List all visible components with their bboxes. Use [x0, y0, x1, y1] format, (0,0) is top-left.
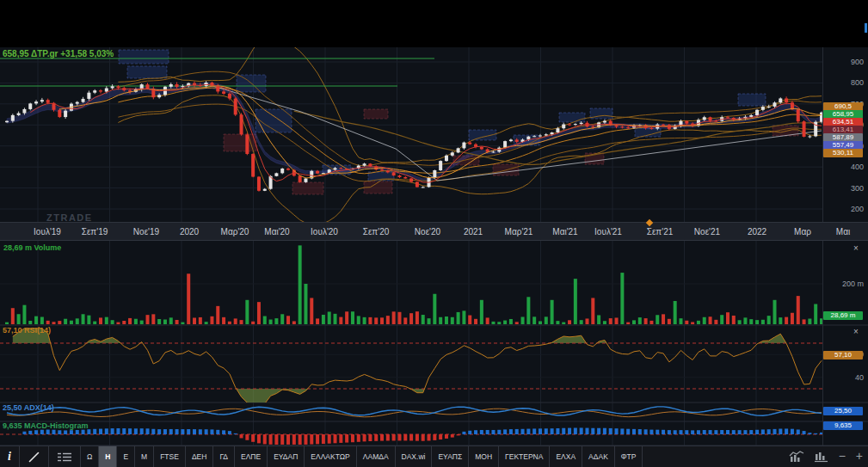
toolbar-item-ΓΕΚΤΕΡΝΑ[interactable]: ΓΕΚΤΕΡΝΑ [499, 446, 550, 467]
macd-panel[interactable] [0, 421, 822, 445]
toolbar-item-ΜΟΗ[interactable]: ΜΟΗ [469, 446, 499, 467]
toolbar-item-ΕΛΠΕ[interactable]: ΕΛΠΕ [235, 446, 268, 467]
macd-value-badge: 9,635 [823, 421, 863, 430]
zoom-out-button[interactable]: − [839, 445, 846, 467]
zoom-in-button[interactable]: + [856, 445, 863, 467]
time-axis-label: Μαι'21 [552, 227, 577, 237]
indicators-list-icon [57, 451, 72, 463]
adx-legend: 25,50 ADX(14) [3, 403, 54, 412]
time-axis-label: Σεπ'20 [363, 227, 390, 237]
adx-value-badge: 25,50 [823, 407, 863, 415]
toolbar-item-ΔΕΗ[interactable]: ΔΕΗ [186, 446, 214, 467]
time-axis-label: Μαρ [794, 227, 811, 237]
volume-legend: 28,69 m Volume [3, 243, 61, 252]
toolbar-item-Η[interactable]: Η [99, 446, 117, 467]
time-axis-label: 2021 [464, 227, 483, 237]
toolbar-item-ΕΛΛΑΚΤΩΡ[interactable]: ΕΛΛΑΚΤΩΡ [305, 446, 356, 467]
close-volume-panel-button[interactable]: × [850, 243, 862, 254]
time-axis-label: Νοε'21 [694, 227, 720, 237]
toolbar-item-ΑΔΑΚ[interactable]: ΑΔΑΚ [582, 446, 615, 467]
toolbar-item-ΕΥΑΠΣ[interactable]: ΕΥΑΠΣ [432, 446, 469, 467]
toolbar-item-ΓΔ[interactable]: ΓΔ [213, 446, 235, 467]
time-axis-label: Μαι [836, 227, 850, 237]
combo-chart-icon [789, 451, 804, 463]
symbol-legend: 658,95 ΔTP.gr +31,58 5,03% [3, 49, 114, 58]
time-axis-label: Νοε'20 [415, 227, 440, 237]
toolbar-item-Μ[interactable]: Μ [135, 446, 154, 467]
main-chart-plot[interactable] [0, 47, 822, 222]
time-axis-label: Ιουλ'20 [311, 227, 338, 237]
rsi-legend: 57,10 RSI(14) [3, 326, 51, 335]
indicators-list-button[interactable] [49, 446, 81, 467]
scrollbar-marker [865, 23, 867, 33]
trendline-icon [28, 451, 40, 464]
time-axis-label: Νοε'19 [133, 227, 159, 237]
bottom-toolbar: i ΩΗΕΜFTSEΔΕΗΓΔΕΛΠΕΕΥΔΑΠΕΛΛΑΚΤΩΡΛΑΜΔΑDAX… [0, 445, 868, 467]
time-axis-label: Μαι'20 [264, 227, 289, 237]
time-axis[interactable]: Ιουλ'19Σεπ'19Νοε'192020Μαρ'20Μαι'20Ιουλ'… [0, 222, 868, 241]
volume-panel[interactable] [0, 242, 822, 325]
histogram-button[interactable] [815, 451, 828, 463]
time-axis-label: 2022 [748, 227, 766, 237]
time-axis-label: Ιουλ'21 [594, 227, 622, 237]
toolbar-right-controls: − + [789, 445, 863, 467]
trading-app: 900800700600500400300200200 m6040 658,95… [0, 0, 868, 467]
histogram-icon [815, 451, 828, 463]
toolbar-item-Ε[interactable]: Ε [117, 446, 135, 467]
adx-panel[interactable] [0, 402, 822, 421]
info-icon: i [8, 450, 11, 464]
time-axis-label: Μαρ'21 [505, 227, 533, 237]
time-axis-label: Σεπ'21 [647, 227, 674, 237]
close-rsi-panel-button[interactable]: × [850, 327, 862, 337]
chart-style-button[interactable] [789, 451, 804, 463]
price-level-badge: 530,11 [823, 149, 863, 157]
time-axis-label: 2020 [180, 227, 199, 237]
toolbar-item-ΦΤΡ[interactable]: ΦΤΡ [615, 446, 643, 467]
time-axis-label: Σεπ'19 [82, 227, 108, 237]
toolbar-item-Ω[interactable]: Ω [81, 446, 99, 467]
toolbar-item-ΕΥΔΑΠ[interactable]: ΕΥΔΑΠ [268, 446, 305, 467]
time-axis-label: Ιουλ'19 [34, 227, 61, 237]
toolbar-item-DAX.wi[interactable]: DAX.wi [396, 446, 433, 467]
rsi-panel[interactable] [0, 325, 822, 402]
macd-legend: 9,635 MACD-Histogram [3, 421, 89, 430]
toolbar-item-FTSE[interactable]: FTSE [154, 446, 186, 467]
rsi-value-badge: 57,10 [823, 351, 863, 359]
info-button[interactable]: i [0, 446, 20, 467]
volume-value-badge: 28,69 m [823, 311, 863, 320]
time-axis-label: Μαρ'20 [221, 227, 249, 237]
toolbar-item-ΛΑΜΔΑ[interactable]: ΛΑΜΔΑ [357, 446, 396, 467]
toolbar-item-ΕΛΧΑ[interactable]: ΕΛΧΑ [550, 446, 582, 467]
trendline-tool-button[interactable] [20, 446, 49, 467]
